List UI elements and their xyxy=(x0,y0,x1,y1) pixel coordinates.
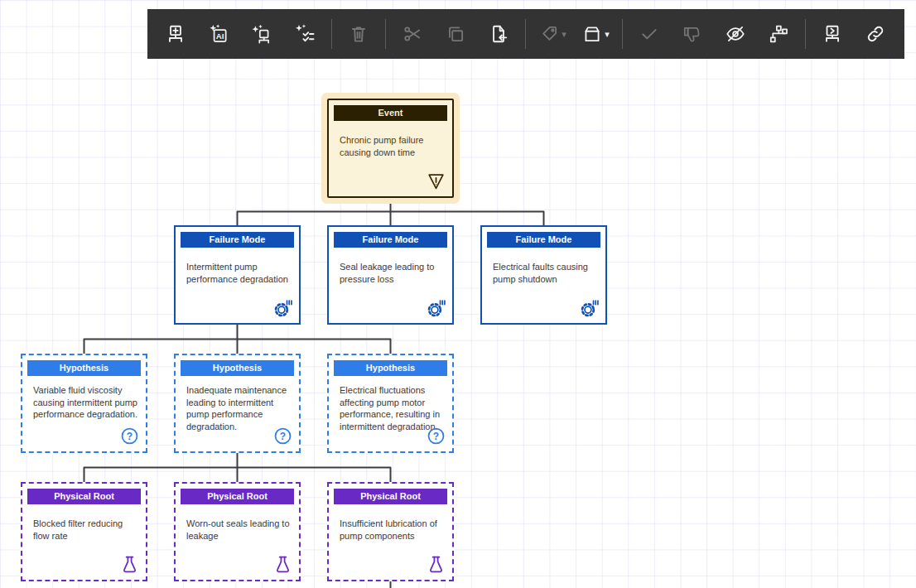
import-document-button[interactable] xyxy=(482,16,515,52)
link-button[interactable] xyxy=(859,16,892,52)
connector-fm1-to-hypotheses xyxy=(84,325,391,354)
node-text: Electrical fluctuations affecting pump m… xyxy=(329,376,452,432)
ai-suggest-node-icon xyxy=(251,23,272,45)
node-physical-root-2[interactable]: Physical Root Worn-out seals leading to … xyxy=(174,482,301,581)
toolbar-divider xyxy=(805,19,806,49)
node-hypothesis-2[interactable]: Hypothesis Inadequate maintenance leadin… xyxy=(174,354,301,453)
node-type-badge: Failure Mode xyxy=(334,232,447,248)
tag-menu-button[interactable]: ▾ xyxy=(536,16,569,52)
ai-suggest-checklist-button[interactable] xyxy=(288,16,321,52)
node-text: Blocked filter reducing flow rate xyxy=(22,504,146,542)
node-text: Intermittent pump performance degradatio… xyxy=(176,248,299,285)
copy-icon xyxy=(445,23,466,45)
hide-eye-off-icon xyxy=(725,23,746,45)
warning-icon xyxy=(426,171,446,191)
flask-icon xyxy=(426,554,446,575)
hierarchy-icon xyxy=(768,23,789,45)
copy-button[interactable] xyxy=(439,16,472,52)
node-event[interactable]: Event Chronic pump failure causing down … xyxy=(327,99,454,198)
ai-suggest-checklist-icon xyxy=(294,23,316,45)
generate-ai-icon: AI xyxy=(208,23,229,45)
expand-node-icon xyxy=(822,23,843,45)
question-icon: ? xyxy=(426,426,446,446)
node-type-badge: Event xyxy=(334,105,447,121)
trash-icon xyxy=(348,23,369,45)
node-text: Seal leakage leading to pressure loss xyxy=(329,248,452,285)
tag-icon xyxy=(538,23,560,45)
svg-text:?: ? xyxy=(433,431,439,442)
toolbar-divider xyxy=(622,19,623,49)
diagram-canvas[interactable]: AI xyxy=(0,0,916,588)
connector-h2-to-physical-roots xyxy=(84,453,391,482)
node-type-badge: Hypothesis xyxy=(181,360,294,376)
question-icon: ? xyxy=(119,426,140,446)
node-type-badge: Physical Root xyxy=(181,489,294,504)
link-icon xyxy=(865,23,886,45)
add-node-icon xyxy=(165,23,186,45)
approve-button[interactable] xyxy=(633,16,666,52)
archive-box-icon xyxy=(581,23,603,45)
node-text: Electrical faults causing pump shutdown xyxy=(482,248,605,285)
node-failure-mode-3[interactable]: Failure Mode Electrical faults causing p… xyxy=(480,225,607,325)
toolbar-divider xyxy=(385,19,386,49)
ai-suggest-node-button[interactable] xyxy=(245,16,278,52)
question-icon: ? xyxy=(272,426,293,446)
node-physical-root-3[interactable]: Physical Root Insufficient lubrication o… xyxy=(327,482,454,581)
thumbs-down-icon xyxy=(682,23,703,45)
node-hypothesis-1[interactable]: Hypothesis Variable fluid viscosity caus… xyxy=(21,354,147,453)
flask-icon xyxy=(272,554,293,575)
connector-event-to-failure-modes xyxy=(238,198,544,225)
node-hypothesis-3[interactable]: Hypothesis Electrical fluctuations affec… xyxy=(327,354,454,453)
cut-button[interactable] xyxy=(396,16,429,52)
hide-button[interactable] xyxy=(719,16,752,52)
generate-with-ai-button[interactable]: AI xyxy=(202,16,235,52)
expand-node-button[interactable] xyxy=(816,16,849,52)
toolbar-divider xyxy=(525,19,526,49)
node-type-badge: Failure Mode xyxy=(487,232,600,248)
node-text: Insufficient lubrication of pump compone… xyxy=(329,504,452,542)
svg-text:?: ? xyxy=(127,431,133,442)
cut-icon xyxy=(402,23,423,45)
gear-icon xyxy=(426,297,446,318)
delete-button[interactable] xyxy=(342,16,375,52)
auto-arrange-button[interactable] xyxy=(762,16,795,52)
toolbar: AI xyxy=(147,9,904,59)
archive-menu-button[interactable]: ▾ xyxy=(579,16,612,52)
node-text: Variable fluid viscosity causing intermi… xyxy=(22,376,146,421)
approve-check-icon xyxy=(639,23,660,45)
node-physical-root-1[interactable]: Physical Root Blocked filter reducing fl… xyxy=(21,482,147,581)
chevron-down-icon: ▾ xyxy=(605,30,610,39)
node-type-badge: Failure Mode xyxy=(181,232,294,248)
node-text: Chronic pump failure causing down time xyxy=(329,121,452,158)
svg-text:AI: AI xyxy=(216,31,224,41)
node-type-badge: Physical Root xyxy=(27,489,141,504)
gear-icon xyxy=(579,297,600,318)
add-node-button[interactable] xyxy=(159,16,192,52)
import-document-icon xyxy=(488,23,509,45)
toolbar-divider xyxy=(331,19,332,49)
chevron-down-icon: ▾ xyxy=(562,30,566,39)
node-type-badge: Hypothesis xyxy=(334,360,447,376)
node-failure-mode-1[interactable]: Failure Mode Intermittent pump performan… xyxy=(174,225,301,325)
node-type-badge: Hypothesis xyxy=(27,360,141,376)
node-failure-mode-2[interactable]: Failure Mode Seal leakage leading to pre… xyxy=(327,225,454,325)
node-type-badge: Physical Root xyxy=(334,489,447,504)
node-text: Worn-out seals leading to leakage xyxy=(176,504,299,542)
reject-button[interactable] xyxy=(676,16,709,52)
node-text: Inadequate maintenance leading to interm… xyxy=(176,376,299,432)
flask-icon xyxy=(119,554,140,575)
gear-icon xyxy=(272,297,293,318)
svg-text:?: ? xyxy=(280,431,286,442)
